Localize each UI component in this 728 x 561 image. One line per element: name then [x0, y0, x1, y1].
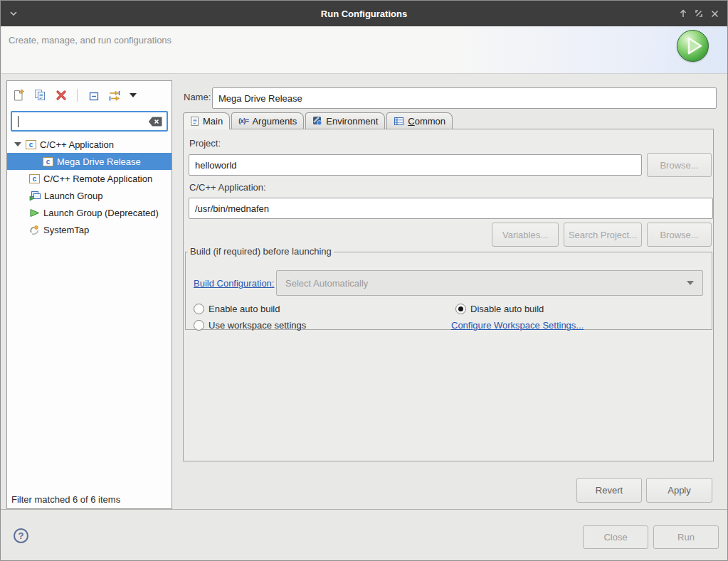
- tree-item-cpp-remote-application[interactable]: c C/C++ Remote Application: [7, 170, 172, 187]
- close-icon[interactable]: [707, 6, 722, 21]
- launch-config-tree: c C/C++ Application c Mega Drive Release…: [7, 136, 172, 238]
- tree-item-launch-group[interactable]: Launch Group: [7, 187, 172, 204]
- run-banner-icon: [677, 30, 709, 62]
- titlebar: Run Configurations: [1, 1, 727, 26]
- close-button[interactable]: Close: [583, 525, 648, 549]
- tab-main[interactable]: Main: [183, 112, 230, 129]
- build-configuration-link[interactable]: Build Configuration:: [194, 278, 274, 289]
- run-button[interactable]: Run: [653, 525, 719, 549]
- filter-configurations-icon[interactable]: [107, 88, 122, 102]
- application-browse-button[interactable]: Browse...: [647, 223, 712, 247]
- toolbar-menu-icon[interactable]: [129, 88, 137, 102]
- document-icon: [190, 116, 199, 127]
- tab-environment[interactable]: Environment: [305, 112, 385, 129]
- table-icon: [394, 117, 404, 126]
- configure-workspace-settings-link[interactable]: Configure Workspace Settings...: [451, 320, 584, 331]
- project-label: Project:: [189, 138, 221, 149]
- tree-item-systemtap[interactable]: SystemTap: [7, 221, 172, 238]
- application-input[interactable]: [189, 198, 713, 219]
- arguments-icon: (x)=: [238, 117, 248, 124]
- name-input[interactable]: [212, 87, 717, 109]
- use-workspace-settings-radio[interactable]: [194, 320, 204, 331]
- toolbar-separator: [77, 89, 78, 102]
- expander-icon[interactable]: [14, 142, 21, 146]
- project-input[interactable]: [189, 154, 642, 176]
- main-tab-content: Project: Browse... C/C++ Application: Va…: [183, 129, 714, 461]
- window-title: Run Configurations: [1, 9, 727, 19]
- build-before-launch-group: Build (if required) before launching Bui…: [185, 252, 712, 330]
- c-application-icon: c: [43, 157, 53, 166]
- enable-auto-build-radio[interactable]: [194, 304, 204, 314]
- chevron-down-icon: [687, 281, 694, 285]
- environment-icon: [312, 116, 322, 126]
- tab-arguments[interactable]: (x)= Arguments: [231, 112, 304, 129]
- apply-button[interactable]: Apply: [646, 478, 712, 503]
- configuration-editor: Name: Main (x)= Arguments: [178, 80, 723, 509]
- project-browse-button[interactable]: Browse...: [647, 153, 712, 177]
- delete-configuration-icon[interactable]: [54, 88, 68, 102]
- systemtap-icon: [29, 225, 40, 235]
- launch-config-sidebar: c C/C++ Application c Mega Drive Release…: [6, 80, 172, 509]
- tree-item-cpp-application[interactable]: c C/C++ Application: [7, 136, 172, 153]
- duplicate-configuration-icon[interactable]: [33, 88, 47, 102]
- tree-item-launch-group-deprecated[interactable]: Launch Group (Deprecated): [7, 204, 172, 221]
- variables-button[interactable]: Variables...: [492, 223, 559, 247]
- application-label: C/C++ Application:: [189, 182, 266, 193]
- group-legend: Build (if required) before launching: [188, 246, 334, 257]
- filter-status: Filter matched 6 of 6 items: [11, 494, 120, 505]
- minimize-icon[interactable]: [676, 6, 690, 21]
- filter-search-box: [11, 111, 168, 132]
- search-project-button[interactable]: Search Project...: [564, 223, 642, 247]
- tab-bar: Main (x)= Arguments Environment: [183, 112, 454, 129]
- c-application-icon: c: [29, 174, 40, 183]
- launch-group-icon: [29, 191, 41, 201]
- footer-divider: [1, 509, 727, 510]
- name-label: Name:: [184, 92, 211, 102]
- run-configurations-dialog: Run Configurations Create, manage, and r…: [0, 0, 728, 561]
- maximize-icon[interactable]: [692, 6, 706, 21]
- help-button[interactable]: ?: [14, 528, 28, 543]
- tab-common[interactable]: Common: [386, 112, 453, 129]
- dialog-subtitle: Create, manage, and run configurations: [9, 35, 172, 46]
- tree-item-mega-drive-release[interactable]: c Mega Drive Release: [7, 153, 172, 170]
- new-configuration-icon[interactable]: [11, 88, 26, 102]
- c-application-icon: c: [26, 140, 36, 149]
- revert-button[interactable]: Revert: [576, 478, 642, 503]
- build-configuration-select[interactable]: Select Automatically: [276, 270, 703, 296]
- sidebar-toolbar: [11, 85, 137, 105]
- play-icon: [29, 208, 40, 218]
- disable-auto-build-radio[interactable]: [455, 304, 466, 314]
- dialog-header: Create, manage, and run configurations: [1, 26, 728, 74]
- collapse-all-icon[interactable]: [86, 88, 100, 102]
- filter-search-input[interactable]: [12, 112, 167, 130]
